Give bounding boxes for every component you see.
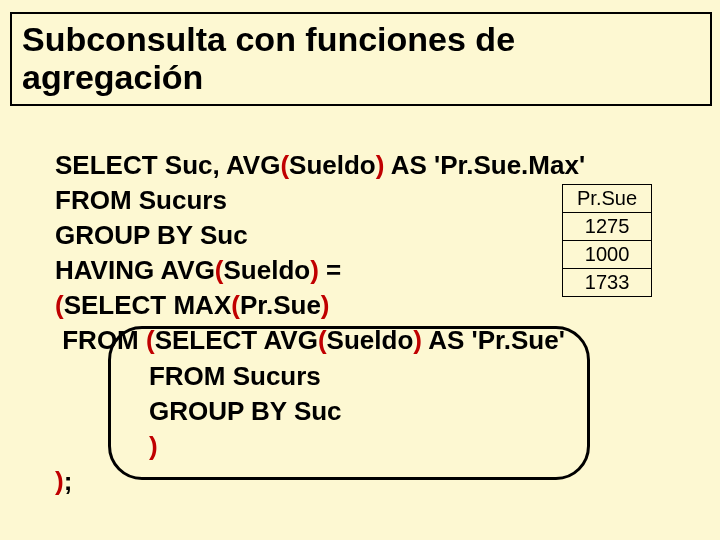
slide-title: Subconsulta con funciones de agregación <box>22 20 700 96</box>
code-l9b-paren: ) <box>149 431 158 461</box>
code-l5c-paren: ( <box>231 290 240 320</box>
code-l1e: AS 'Pr.Sue.Max' <box>384 150 585 180</box>
code-l5b: SELECT MAX <box>64 290 232 320</box>
code-l10a-paren: ) <box>55 466 64 496</box>
table-row: 1733 <box>563 269 652 297</box>
code-l6g: AS 'Pr.Sue' <box>422 325 565 355</box>
table-cell: 1275 <box>563 213 652 241</box>
code-l4c: Sueldo <box>224 255 311 285</box>
code-l6c: SELECT AVG <box>155 325 318 355</box>
table-header-cell: Pr.Sue <box>563 185 652 213</box>
code-l5a-paren: ( <box>55 290 64 320</box>
table-row: 1000 <box>563 241 652 269</box>
code-l1b-paren: ( <box>280 150 289 180</box>
table-cell: 1000 <box>563 241 652 269</box>
code-l6b-paren: ( <box>146 325 155 355</box>
code-l6d-paren: ( <box>318 325 327 355</box>
code-l7: FROM Sucurs <box>55 361 321 391</box>
code-l9a <box>55 431 149 461</box>
table-row: 1275 <box>563 213 652 241</box>
code-l10b: ; <box>64 466 73 496</box>
table-header-row: Pr.Sue <box>563 185 652 213</box>
code-l1a: SELECT Suc, AVG <box>55 150 280 180</box>
code-l6a: FROM <box>55 325 146 355</box>
sql-code-block: SELECT Suc, AVG(Sueldo) AS 'Pr.Sue.Max' … <box>55 148 585 499</box>
title-box: Subconsulta con funciones de agregación <box>10 12 712 106</box>
table-cell: 1733 <box>563 269 652 297</box>
code-l4a: HAVING AVG <box>55 255 215 285</box>
code-l4d-paren: ) <box>310 255 319 285</box>
code-l2: FROM Sucurs <box>55 185 227 215</box>
code-l4b-paren: ( <box>215 255 224 285</box>
code-l1c: Sueldo <box>289 150 376 180</box>
code-l8: GROUP BY Suc <box>55 396 342 426</box>
code-l6f-paren: ) <box>413 325 422 355</box>
code-l5d: Pr.Sue <box>240 290 321 320</box>
result-table: Pr.Sue 1275 1000 1733 <box>562 184 652 297</box>
code-l6e: Sueldo <box>327 325 414 355</box>
code-l4e: = <box>319 255 341 285</box>
code-l3: GROUP BY Suc <box>55 220 248 250</box>
code-l5e-paren: ) <box>321 290 330 320</box>
